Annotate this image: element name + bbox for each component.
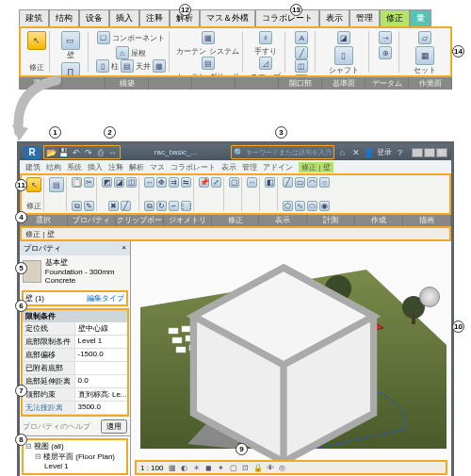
tab-massing[interactable]: マス＆外構 (200, 9, 255, 26)
prop-value[interactable]: 壁中心線 (75, 322, 128, 335)
tab-modify[interactable]: 修正 (380, 9, 410, 26)
undo-icon[interactable]: ↶ (71, 147, 81, 157)
tab-collaborate[interactable]: コラボレート (171, 162, 216, 172)
sun-path-icon[interactable]: ☀ (191, 463, 202, 473)
scale-icon[interactable]: ⤢ (211, 177, 221, 188)
temp-hide-icon[interactable]: 👁 (265, 463, 275, 473)
prop-row[interactable]: 底部延伸距离0.0 (23, 375, 127, 388)
set-icon[interactable]: ▦ (415, 46, 434, 65)
crop-icon[interactable]: ▢ (228, 463, 238, 473)
tab-view[interactable]: 表示 (221, 162, 236, 172)
column-icon[interactable]: ▯ (96, 59, 109, 73)
tab-manage[interactable]: 管理 (242, 162, 257, 172)
tab-manage[interactable]: 管理 (349, 9, 380, 26)
pin-icon[interactable]: 📌 (199, 177, 209, 188)
prop-value[interactable] (75, 362, 128, 374)
split-icon[interactable]: ╱ (121, 201, 131, 211)
minimize-button[interactable]: _ (412, 148, 423, 157)
floor-icon[interactable]: ▦ (153, 59, 166, 73)
reveal-icon[interactable]: ◎ (277, 463, 287, 473)
wall-icon[interactable]: ▭ (61, 31, 80, 50)
tree-node[interactable]: ⊟视图 (all) (25, 442, 124, 452)
model-line-icon[interactable]: ╱ (295, 46, 308, 59)
copy2-icon[interactable]: ⧉ (144, 201, 154, 211)
arc-icon[interactable]: ◠ (307, 177, 317, 188)
tab-structure[interactable]: 结构 (46, 162, 61, 172)
polygon-icon[interactable]: ⬠ (283, 201, 293, 211)
search-icon[interactable]: 🔍 (234, 147, 244, 157)
paste-icon[interactable]: 📋 (72, 177, 82, 188)
create-icon[interactable]: ◧ (265, 177, 275, 188)
prop-value[interactable]: 直到标高: Le... (75, 388, 128, 401)
prop-row[interactable]: 底部偏移-1500.0 (23, 349, 127, 362)
shaft-icon[interactable]: ▯ (334, 46, 353, 65)
type-selector-row[interactable]: 基本壁 Foundation - 300mm Concrete (20, 255, 130, 288)
edit-type-button[interactable]: 編集タイプ (87, 293, 124, 304)
tab-insert[interactable]: 插入 (109, 9, 139, 26)
drawing-area[interactable]: 1 : 100 ▦ ◐ ☀ ◼ ✦ ▢ ⊡ 🔒 👁 ◎ (131, 241, 451, 476)
detail-level-icon[interactable]: ▦ (167, 463, 177, 473)
tab-quantity[interactable]: 量 (410, 9, 431, 26)
align-icon[interactable]: ↔ (144, 177, 154, 188)
copy-icon[interactable]: ⧉ (72, 201, 82, 211)
prop-value[interactable]: 3500.0 (75, 402, 128, 414)
maximize-button[interactable]: □ (424, 148, 435, 157)
rect-icon[interactable]: ▭ (295, 177, 305, 188)
save-icon[interactable]: 💾 (58, 147, 69, 157)
mirror-icon[interactable]: ⇋ (181, 177, 191, 188)
cut-geom-icon[interactable]: ◪ (114, 177, 124, 188)
curtain-grid-icon[interactable]: ▤ (202, 57, 215, 70)
apply-button[interactable]: 適用 (101, 419, 127, 434)
prop-row[interactable]: 定位线壁中心線 (23, 322, 127, 336)
tab-insert[interactable]: 插入 (88, 162, 103, 172)
curtain-system-icon[interactable]: ▦ (202, 31, 215, 44)
steering-wheel[interactable] (419, 287, 440, 307)
roof-icon[interactable]: ⌂ (116, 46, 129, 59)
tree-node[interactable]: Level 1 (25, 462, 124, 472)
cut-icon[interactable]: ✂ (84, 177, 94, 188)
tab-systems[interactable]: 设备 (79, 9, 109, 26)
tab-annotate[interactable]: 注释 (108, 162, 123, 172)
view-icon[interactable]: ▢ (229, 177, 239, 188)
prop-value[interactable]: Level 1 (75, 336, 128, 348)
ramp-icon[interactable]: ◿ (259, 57, 272, 70)
signin-label[interactable]: 登录 (377, 147, 392, 157)
by-face-icon[interactable]: ◪ (337, 31, 350, 44)
redo-icon[interactable]: ↷ (83, 147, 93, 157)
pick-icon[interactable]: ◉ (319, 201, 330, 211)
tab-massing[interactable]: マス (150, 162, 165, 172)
instance-filter[interactable]: 壁 (1) 編集タイプ (22, 290, 128, 306)
cope-icon[interactable]: ◩ (102, 177, 112, 188)
open-icon[interactable]: 📂 (46, 147, 57, 157)
tab-analyze[interactable]: 解析 (129, 162, 144, 172)
array-icon[interactable]: ⋮⋮ (181, 201, 191, 211)
demolish-icon[interactable]: ✖ (108, 201, 119, 211)
text-icon[interactable]: A (295, 31, 308, 44)
window-icon[interactable]: ☐ (97, 31, 110, 44)
spline-icon[interactable]: ∿ (295, 201, 305, 211)
tab-view[interactable]: 表示 (319, 9, 349, 26)
offset-icon[interactable]: ⇉ (169, 177, 179, 188)
group-icon[interactable]: ◫ (295, 59, 308, 73)
circle-icon[interactable]: ○ (319, 177, 330, 188)
scale-display[interactable]: 1 : 100 (140, 464, 163, 472)
signin-icon[interactable]: 👤 (364, 147, 374, 157)
tab-modify-context[interactable]: 修正 | 壁 (299, 162, 333, 172)
trim-icon[interactable]: ⌐ (169, 201, 179, 211)
level-icon[interactable]: ⊸ (379, 31, 392, 44)
properties-close-icon[interactable]: × (122, 243, 126, 254)
viewcube[interactable] (131, 247, 444, 476)
tab-systems[interactable]: 系统 (67, 162, 82, 172)
tree-node[interactable]: Level 2 (25, 472, 124, 475)
move-icon[interactable]: ✥ (156, 177, 167, 188)
tab-collaborate[interactable]: コラボレート (255, 9, 319, 26)
prop-row[interactable]: 顶部约束直到标高: Le... (23, 388, 127, 402)
measure-icon[interactable]: ↔ (247, 177, 257, 188)
prop-row[interactable]: 底部限制条件Level 1 (23, 336, 127, 349)
properties-help[interactable]: プロパティのヘルプ (23, 421, 90, 432)
ellipse-icon[interactable]: ⬭ (307, 201, 317, 211)
plane-icon[interactable]: ▱ (418, 31, 431, 44)
properties-icon[interactable]: ▤ (49, 177, 64, 192)
print-icon[interactable]: ⎙ (95, 147, 106, 157)
help-icon[interactable]: ? (395, 147, 405, 157)
